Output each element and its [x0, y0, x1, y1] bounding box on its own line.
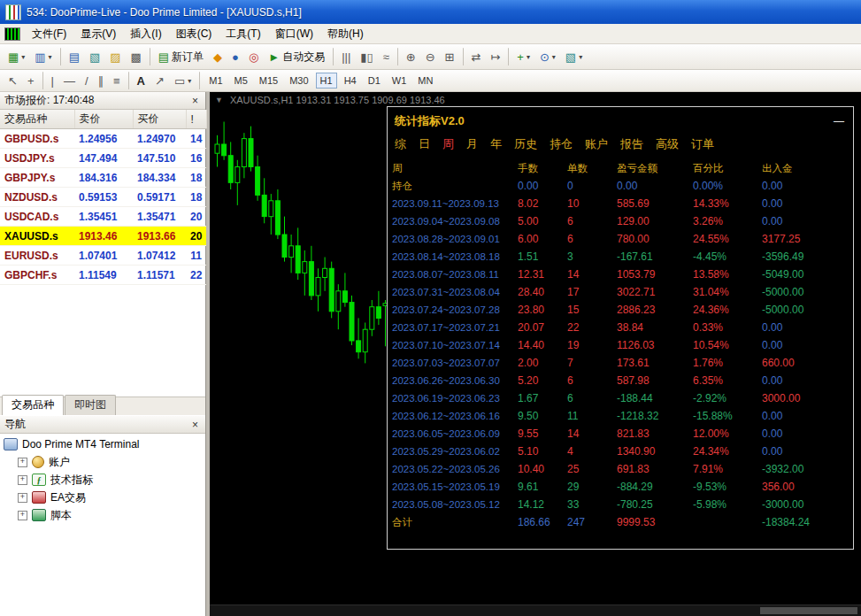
- close-icon[interactable]: ×: [189, 419, 201, 431]
- tab-tick-chart[interactable]: 即时图: [65, 395, 116, 415]
- tile-windows-button[interactable]: ⊞: [441, 46, 459, 67]
- nav-scripts[interactable]: 脚本: [0, 506, 205, 524]
- community-button[interactable]: ●: [227, 46, 243, 67]
- item-icon: [32, 456, 44, 468]
- arrows-button[interactable]: ↗: [150, 70, 169, 91]
- profiles-button[interactable]: ▥ ▾: [30, 46, 56, 67]
- chart-area[interactable]: ▼ XAUUSD.s,H1 1913.31 1913.75 1909.69 19…: [210, 92, 861, 616]
- toolbar-icon: ◆: [213, 51, 222, 63]
- chart-shift-button[interactable]: ↦: [486, 46, 504, 67]
- terminal-toggle[interactable]: ▩: [127, 46, 146, 67]
- stats-row: 2023.08.28~2023.09.01 6.00 6 780.00 24.5…: [388, 230, 853, 248]
- crosshair-button[interactable]: +: [23, 70, 39, 91]
- templates-button[interactable]: ▧ ▾: [561, 46, 587, 67]
- zoom-in-button[interactable]: ⊕: [402, 46, 420, 67]
- menu-file[interactable]: 文件(F): [25, 24, 73, 44]
- dropdown-arrow-icon: ▾: [527, 53, 530, 61]
- autotrading-button[interactable]: ► 自动交易: [264, 46, 329, 67]
- close-icon[interactable]: ×: [189, 95, 201, 107]
- quote-row-xauusd[interactable]: XAUUSD.s 1913.46 1913.66 20: [0, 227, 206, 246]
- stat-tab-year[interactable]: 年: [490, 136, 502, 152]
- scrollbar-thumb[interactable]: [760, 607, 857, 614]
- quote-row-gbpjpy[interactable]: GBPJPY.s 184.316 184.334 18: [0, 168, 206, 188]
- tf-mn[interactable]: MN: [413, 73, 437, 89]
- stat-tab-report[interactable]: 报告: [620, 136, 643, 152]
- nav-indicators[interactable]: 技术指标: [0, 471, 205, 489]
- expand-icon[interactable]: [18, 458, 27, 467]
- stat-tab-summary[interactable]: 综: [395, 136, 406, 152]
- menu-insert[interactable]: 插入(I): [123, 24, 168, 44]
- one-click-trading-icon[interactable]: ▼: [215, 96, 223, 104]
- tf-d1[interactable]: D1: [364, 73, 385, 89]
- tf-m15[interactable]: M15: [255, 73, 282, 89]
- bar-chart-button[interactable]: |||: [337, 46, 355, 67]
- quote-row-gbpusd[interactable]: GBPUSD.s 1.24956 1.24970 14: [0, 129, 206, 149]
- chart-window-icon[interactable]: [4, 27, 20, 41]
- channel-button[interactable]: ∥: [94, 70, 109, 91]
- market-watch-toggle[interactable]: ▤: [65, 46, 84, 67]
- trendline-button[interactable]: /: [81, 70, 93, 91]
- periods-button[interactable]: ⊙ ▾: [535, 46, 560, 67]
- menu-view[interactable]: 显示(V): [73, 24, 123, 44]
- menu-charts[interactable]: 图表(C): [169, 24, 219, 44]
- stat-tab-advanced[interactable]: 高级: [656, 136, 679, 152]
- menu-help[interactable]: 帮助(H): [320, 24, 371, 44]
- fibonacci-button[interactable]: ≡: [109, 70, 125, 91]
- menu-window[interactable]: 窗口(W): [268, 24, 320, 44]
- stat-tab-week[interactable]: 周: [442, 136, 454, 152]
- tf-h1[interactable]: H1: [316, 73, 337, 89]
- tf-m1[interactable]: M1: [204, 73, 227, 89]
- navigator-header: 导航 ×: [0, 416, 205, 434]
- quote-row-nzdusd[interactable]: NZDUSD.s 0.59153 0.59171 18: [0, 188, 206, 207]
- auto-scroll-button[interactable]: ⇄: [467, 46, 486, 67]
- indicators-button[interactable]: + ▾: [512, 46, 534, 67]
- expand-icon[interactable]: [18, 475, 27, 485]
- tf-m5[interactable]: M5: [230, 73, 252, 89]
- text-button[interactable]: A: [133, 70, 150, 91]
- tf-m30[interactable]: M30: [285, 73, 312, 89]
- chart-hscrollbar[interactable]: [210, 604, 861, 616]
- quote-row-gbpchf[interactable]: GBPCHF.s 1.11549 1.11571 22: [0, 266, 206, 285]
- toolbar-icon: ⊙: [540, 51, 550, 63]
- vertical-line-button[interactable]: |: [47, 70, 58, 91]
- expand-icon[interactable]: [18, 511, 27, 520]
- expand-icon[interactable]: [18, 493, 27, 503]
- stat-tab-month[interactable]: 月: [466, 136, 478, 152]
- quote-row-eurusd[interactable]: EURUSD.s 1.07401 1.07412 11: [0, 246, 206, 266]
- nav-expert-advisors[interactable]: EA交易: [0, 489, 205, 506]
- shapes-button[interactable]: ▭ ▾: [170, 70, 196, 91]
- minimize-icon[interactable]: —: [834, 115, 844, 127]
- stat-tab-orders[interactable]: 订单: [691, 136, 714, 152]
- tf-w1[interactable]: W1: [388, 73, 411, 89]
- quote-row-usdjpy[interactable]: USDJPY.s 147.494 147.510 16: [0, 149, 206, 168]
- horizontal-line-button[interactable]: —: [59, 70, 80, 91]
- new-order-button[interactable]: ▤ 新订单: [154, 46, 208, 67]
- stats-tabs: 综 日 周 月 年 历史 持仓 账户: [388, 131, 853, 154]
- metaeditor-button[interactable]: ◆: [209, 46, 227, 67]
- menu-tools[interactable]: 工具(T): [219, 24, 267, 44]
- stats-row: 合计 186.66 247 9999.53 -18384.24: [388, 513, 853, 531]
- stat-tab-day[interactable]: 日: [419, 136, 430, 152]
- calendar-button[interactable]: ◎: [244, 46, 263, 67]
- tab-symbols[interactable]: 交易品种: [2, 395, 64, 415]
- stats-table-header: 周 手数 单数 盈亏金额 百分比 出入金: [388, 159, 853, 177]
- navigator-toggle[interactable]: ▨: [105, 46, 125, 67]
- data-window-toggle[interactable]: ▧: [85, 46, 104, 67]
- stats-row: 2023.09.11~2023.09.13 8.02 10 585.69 14.…: [388, 195, 853, 212]
- line-chart-button[interactable]: ≈: [379, 46, 394, 67]
- cursor-button[interactable]: ↖: [4, 70, 22, 91]
- stat-tab-account[interactable]: 账户: [585, 136, 608, 152]
- new-chart-button[interactable]: ▦ ▾: [4, 46, 29, 67]
- stats-title: 统计指标V2.0: [395, 113, 465, 129]
- toolbar-icon: ⊞: [445, 51, 455, 63]
- quote-row-usdcad[interactable]: USDCAD.s 1.35451 1.35471 20: [0, 207, 206, 227]
- stat-tab-positions[interactable]: 持仓: [550, 136, 573, 152]
- nav-accounts[interactable]: 账户: [0, 453, 205, 471]
- stat-tab-history[interactable]: 历史: [514, 136, 537, 152]
- tf-h4[interactable]: H4: [340, 73, 361, 89]
- zoom-out-button[interactable]: ⊖: [421, 46, 440, 67]
- nav-root[interactable]: Doo Prime MT4 Terminal: [0, 435, 205, 453]
- toolbar-icon: |: [51, 75, 54, 87]
- stats-row: 2023.06.26~2023.06.30 5.20 6 587.98 6.35…: [388, 372, 853, 389]
- candlestick-button[interactable]: ▮▯: [356, 46, 377, 67]
